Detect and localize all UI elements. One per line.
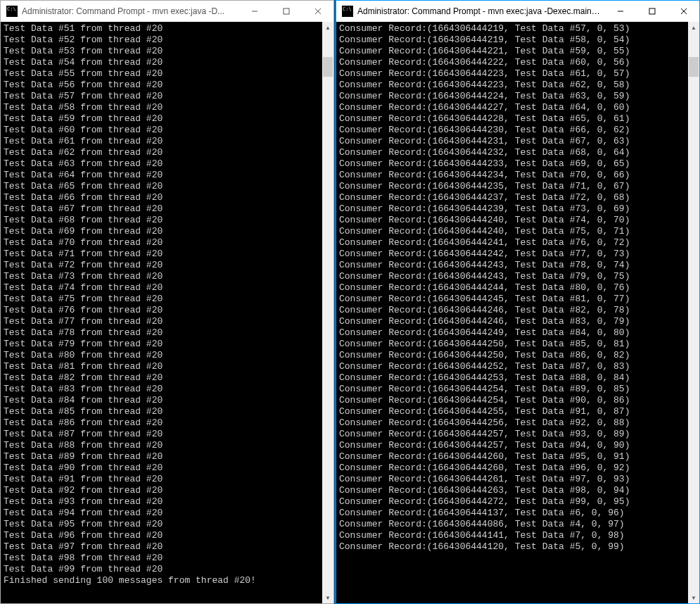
maximize-button[interactable] (270, 1, 302, 22)
close-button[interactable] (302, 1, 333, 22)
window-controls (238, 1, 333, 22)
scrollbar[interactable]: ▲ ▼ (322, 22, 333, 603)
console-body: Test Data #51 from thread #20 Test Data … (1, 22, 333, 603)
cmd-window-consumer: Administrator: Command Prompt - mvn exec… (336, 0, 700, 604)
cmd-icon (342, 6, 353, 17)
scroll-thumb[interactable] (323, 57, 333, 77)
titlebar[interactable]: Administrator: Command Prompt - mvn exec… (1, 1, 333, 22)
console-body: Consumer Record:(1664306444219, Test Dat… (336, 22, 699, 603)
scrollbar[interactable]: ▲ ▼ (688, 22, 699, 603)
window-title: Administrator: Command Prompt - mvn exec… (357, 6, 604, 16)
scroll-up-button[interactable]: ▲ (688, 22, 699, 33)
minimize-button[interactable] (238, 1, 270, 22)
console-output[interactable]: Test Data #51 from thread #20 Test Data … (1, 22, 322, 603)
titlebar[interactable]: Administrator: Command Prompt - mvn exec… (336, 1, 699, 22)
maximize-button[interactable] (636, 1, 668, 22)
scroll-down-button[interactable]: ▼ (322, 592, 333, 603)
window-title: Administrator: Command Prompt - mvn exec… (22, 6, 238, 16)
close-button[interactable] (668, 1, 699, 22)
window-controls (604, 1, 699, 22)
scroll-thumb[interactable] (689, 57, 699, 77)
cmd-window-producer: Administrator: Command Prompt - mvn exec… (0, 0, 334, 604)
svg-rect-5 (649, 8, 655, 14)
cmd-icon (6, 6, 18, 17)
minimize-button[interactable] (604, 1, 636, 22)
scroll-down-button[interactable]: ▼ (688, 592, 699, 603)
console-output[interactable]: Consumer Record:(1664306444219, Test Dat… (336, 22, 688, 603)
svg-rect-1 (284, 8, 289, 14)
scroll-up-button[interactable]: ▲ (322, 22, 333, 33)
